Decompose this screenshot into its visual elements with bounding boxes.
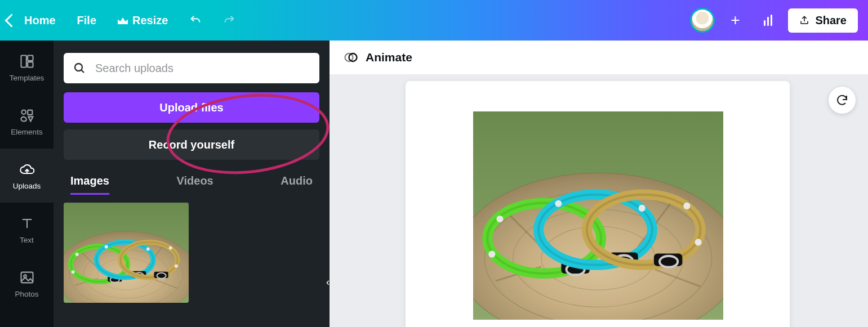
nav-photos-label: Photos [15, 290, 38, 298]
file-menu[interactable]: File [77, 14, 96, 27]
text-icon [19, 216, 35, 231]
home-button[interactable]: Home [7, 14, 56, 27]
undo-button[interactable] [189, 14, 202, 26]
tab-audio[interactable]: Audio [281, 174, 313, 195]
upload-tabs: Images Videos Audio [64, 174, 319, 195]
resize-label: Resize [132, 14, 168, 27]
artboard-page[interactable] [406, 81, 790, 327]
redo-button[interactable] [223, 14, 235, 26]
share-icon [799, 15, 809, 25]
chevron-left-icon [5, 14, 18, 27]
canvas-toolbar: Animate [330, 41, 868, 74]
plus-icon: + [731, 12, 740, 28]
thumbnail-image [64, 203, 189, 303]
tab-images[interactable]: Images [70, 174, 109, 195]
undo-icon [189, 14, 202, 26]
nav-templates[interactable]: Templates [0, 41, 54, 95]
bar-chart-icon [764, 15, 772, 26]
svg-rect-25 [28, 55, 33, 60]
share-button[interactable]: Share [788, 8, 858, 33]
tab-videos[interactable]: Videos [177, 174, 213, 195]
placed-image[interactable] [473, 111, 723, 320]
insights-button[interactable] [755, 8, 780, 33]
photos-icon [19, 270, 35, 285]
file-label: File [77, 14, 96, 27]
nav-text-label: Text [20, 236, 34, 244]
upload-files-label: Upload files [159, 101, 223, 114]
nav-uploads[interactable]: Uploads [0, 149, 54, 203]
avatar[interactable] [690, 8, 715, 33]
svg-rect-29 [21, 272, 33, 283]
tab-videos-label: Videos [177, 174, 213, 187]
nav-elements-label: Elements [11, 128, 42, 136]
upload-thumbnail[interactable] [64, 203, 189, 303]
search-input[interactable] [94, 61, 310, 75]
search-icon [73, 61, 86, 75]
svg-rect-26 [28, 62, 33, 67]
elements-icon [19, 107, 35, 123]
templates-icon [19, 53, 35, 69]
svg-rect-28 [28, 110, 32, 114]
share-label: Share [815, 14, 847, 27]
animate-button[interactable]: Animate [366, 51, 412, 64]
svg-point-31 [75, 64, 82, 71]
refresh-icon [835, 93, 849, 107]
svg-rect-24 [21, 55, 26, 67]
nav-elements[interactable]: Elements [0, 95, 54, 149]
canvas-area: Animate [330, 41, 868, 327]
add-button[interactable]: + [723, 8, 747, 33]
uploads-panel: Upload files Record yourself Images Vide… [54, 41, 330, 327]
search-uploads[interactable] [64, 53, 319, 83]
upload-files-button[interactable]: Upload files [64, 92, 319, 123]
home-label: Home [24, 14, 56, 27]
svg-point-27 [21, 110, 25, 114]
nav-text[interactable]: Text [0, 203, 54, 257]
record-yourself-label: Record yourself [149, 138, 234, 151]
canvas-image [473, 111, 723, 320]
tab-audio-label: Audio [281, 174, 313, 187]
app-header: Home File Resize + Share [0, 0, 868, 41]
resize-menu[interactable]: Resize [118, 14, 168, 27]
nav-uploads-label: Uploads [13, 182, 41, 190]
crown-icon [118, 16, 128, 24]
refresh-button[interactable] [829, 87, 856, 114]
record-yourself-button[interactable]: Record yourself [64, 129, 319, 160]
left-nav: Templates Elements Uploads Text Photos [0, 41, 54, 327]
tab-images-label: Images [70, 174, 109, 187]
redo-icon [223, 14, 235, 26]
animate-icon [343, 50, 359, 65]
uploads-icon [19, 162, 35, 177]
nav-photos[interactable]: Photos [0, 257, 54, 311]
nav-templates-label: Templates [10, 74, 44, 82]
